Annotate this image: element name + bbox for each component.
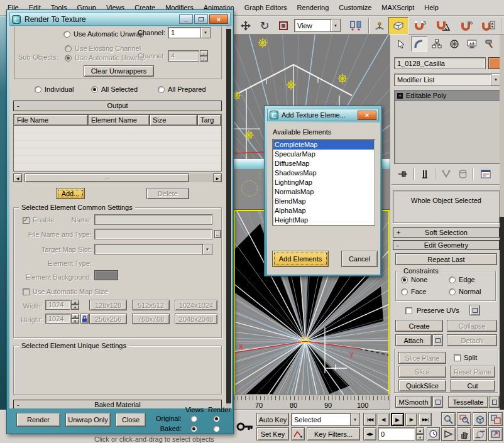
column-target[interactable]: Targ (197, 114, 221, 126)
auto-key-button[interactable]: Auto Key (256, 413, 289, 426)
chevron-down-icon[interactable]: ▼ (350, 413, 360, 426)
snaps-toggle-icon[interactable] (388, 17, 408, 35)
width-spinner[interactable]: ▲ ▼ (71, 300, 79, 310)
size-1024-button[interactable]: 1024x1024 (175, 300, 217, 310)
use-automatic-unwrap2-radio[interactable] (65, 55, 72, 62)
selection-set-dropdown[interactable]: Selected ▼ (291, 413, 360, 426)
reset-plane-button[interactable]: Reset Plane (450, 366, 495, 378)
minimize-icon[interactable]: _ (179, 14, 193, 24)
constraint-face-radio[interactable] (401, 288, 408, 295)
enable-checkbox[interactable] (23, 217, 30, 224)
tab-hierarchy[interactable] (429, 36, 445, 52)
select-and-move-icon[interactable] (238, 18, 254, 34)
height-field[interactable]: 1024 (45, 314, 70, 324)
hscroll-thumb[interactable]: ⋯ (25, 173, 189, 182)
spinner-snap-toggle-icon[interactable] (479, 18, 498, 34)
chevron-down-icon[interactable]: ▼ (331, 19, 341, 32)
all-prepared-radio[interactable] (158, 86, 165, 93)
maximize-viewport-toggle-button[interactable] (488, 427, 503, 441)
percent-snap-toggle-icon[interactable]: % (457, 18, 476, 34)
create-button[interactable]: Create (395, 320, 443, 332)
pan-button[interactable] (457, 427, 471, 441)
arc-rotate-button[interactable] (473, 427, 487, 441)
size-2048-button[interactable]: 2048x2048 (175, 314, 217, 324)
menu-graph-editors[interactable]: Graph Editors (239, 4, 292, 11)
size-256-button[interactable]: 256x256 (89, 314, 127, 324)
cancel-button[interactable]: Cancel (341, 251, 378, 267)
previous-frame-button[interactable]: ◀| (378, 413, 390, 426)
spin-down-icon[interactable]: ▼ (71, 319, 79, 324)
scroll-right-icon[interactable]: ▶ (213, 173, 222, 182)
baked-views-radio[interactable] (190, 425, 197, 432)
rtt-title-bar[interactable]: Render To Texture _ × (9, 13, 231, 26)
cut-button[interactable]: Cut (450, 380, 495, 391)
make-unique-icon[interactable] (439, 168, 453, 180)
rollup-output[interactable]: - Output (13, 101, 222, 111)
next-frame-button[interactable]: |▶ (405, 413, 417, 426)
keyboard-shortcut-override-icon[interactable] (236, 419, 254, 434)
object-name-field[interactable]: 1_0128_Casilla (394, 57, 486, 69)
object-color-swatch[interactable] (488, 57, 501, 69)
ate-title-bar[interactable]: Add Texture Eleme... × (267, 109, 379, 121)
preserve-uvs-settings-button[interactable] (469, 305, 480, 315)
select-and-rotate-icon[interactable]: ↻ (256, 18, 273, 34)
element-background-swatch[interactable] (94, 270, 118, 280)
go-to-start-button[interactable]: |◀◀ (363, 413, 376, 426)
tab-utilities[interactable] (481, 36, 498, 52)
unwrap-only-button[interactable]: Unwrap Only (65, 413, 111, 427)
collapse-button[interactable]: Collapse (447, 320, 497, 332)
expand-plus-icon[interactable]: + (397, 93, 403, 99)
use-automatic-unwrap-radio[interactable] (63, 31, 70, 38)
spin-down-icon[interactable]: ▼ (200, 56, 208, 62)
use-automatic-map-size-checkbox[interactable] (23, 288, 30, 295)
key-filters-button[interactable]: Key Filters... (307, 427, 360, 440)
pin-stack-icon[interactable] (395, 168, 410, 180)
height-spinner[interactable]: ▲ ▼ (71, 314, 79, 324)
select-and-manipulate-icon[interactable] (372, 18, 387, 34)
slice-plane-button[interactable]: Slice Plane (398, 352, 446, 364)
element-name-field[interactable] (94, 214, 212, 225)
list-item-alphamap[interactable]: AlphaMap (273, 206, 374, 216)
snap-toggle-3d-icon[interactable]: 3 (411, 18, 430, 34)
chevron-down-icon[interactable]: ▼ (200, 27, 211, 38)
add-button[interactable]: Add... (56, 188, 85, 199)
show-end-result-icon[interactable] (418, 168, 432, 180)
attach-button[interactable]: Attach (395, 334, 432, 346)
select-and-scale-icon[interactable] (275, 18, 292, 34)
close-button[interactable]: Close (116, 413, 146, 427)
angle-snap-toggle-icon[interactable] (434, 18, 454, 34)
spin-up-icon[interactable]: ▲ (71, 314, 79, 319)
output-hscrollbar[interactable]: ◀ ⋯ ▶ (13, 173, 222, 182)
menu-customize[interactable]: Customize (334, 4, 376, 11)
list-item-normalsmap[interactable]: NormalsMap (273, 187, 374, 197)
list-item-shadowsmap[interactable]: ShadowsMap (273, 168, 374, 178)
column-element-name[interactable]: Element Name (88, 114, 150, 126)
maximize-icon[interactable] (194, 14, 208, 24)
original-views-radio[interactable] (190, 415, 197, 422)
field-of-view-button[interactable] (441, 427, 456, 441)
chevron-down-icon[interactable]: ▼ (202, 244, 212, 254)
delete-button[interactable]: Delete (146, 188, 189, 199)
key-mode-toggle-button[interactable]: ◀▶ (363, 427, 376, 440)
spin-up-icon[interactable]: ▲ (416, 427, 424, 434)
modifier-list-dropdown[interactable]: Modifier List ▼ (394, 74, 501, 86)
close-icon[interactable]: × (358, 111, 376, 120)
split-checkbox[interactable] (454, 354, 461, 361)
list-item-blendmap[interactable]: BlendMap (273, 197, 374, 206)
configure-modifier-sets-icon[interactable] (478, 168, 493, 180)
channel2-field[interactable]: 4 (168, 50, 199, 62)
size-128-button[interactable]: 128x128 (89, 300, 127, 310)
file-name-type-field[interactable] (94, 229, 212, 239)
constraint-none-radio[interactable] (401, 276, 408, 283)
rollup-edit-geometry[interactable]: - Edit Geometry (393, 240, 500, 250)
size-512-button[interactable]: 512x512 (132, 300, 170, 310)
repeat-last-button[interactable]: Repeat Last (395, 253, 497, 265)
menu-help[interactable]: Help (419, 4, 444, 11)
channel2-spinner[interactable]: ▲ ▼ (200, 50, 208, 62)
attach-options-button[interactable] (432, 334, 443, 346)
detach-button[interactable]: Detach (447, 334, 497, 346)
individual-radio[interactable] (35, 86, 41, 93)
list-item-lightingmap[interactable]: LightingMap (273, 178, 374, 187)
menu-maxscript[interactable]: MAXScript (376, 4, 419, 11)
spin-down-icon[interactable]: ▼ (71, 305, 79, 310)
